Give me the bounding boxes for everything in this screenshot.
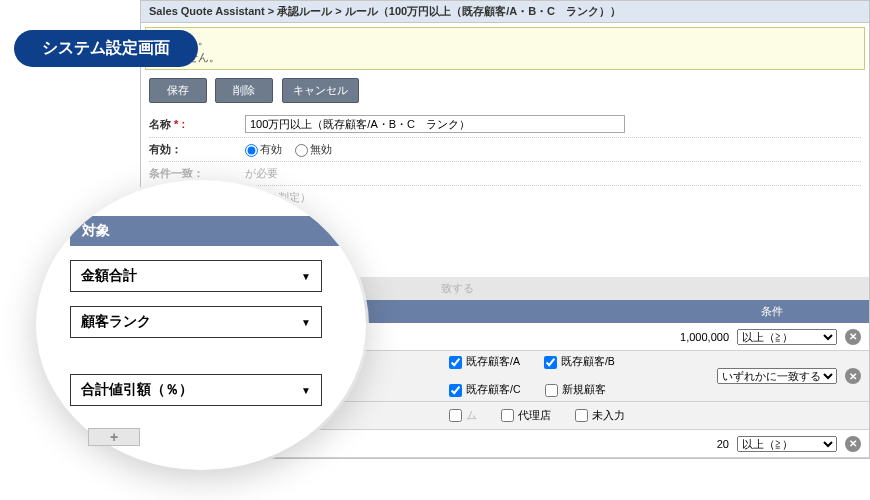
spotlight-select-3-label: 合計値引額（％） <box>81 381 193 399</box>
chevron-down-icon: ▼ <box>301 271 311 282</box>
cond-row-2-delete[interactable]: ✕ <box>845 368 861 384</box>
chk-m[interactable]: ム <box>449 409 477 423</box>
toolbar: 保存 削除 キャンセル <box>149 78 861 103</box>
cond-row-2-op[interactable]: いずれかに一致する <box>717 368 837 384</box>
delete-button[interactable]: 削除 <box>215 78 273 103</box>
name-label: 名称 * : <box>149 117 245 132</box>
cond-label: 条件一致： <box>149 166 245 181</box>
info-line-1: れません。 <box>154 32 856 49</box>
enable-no[interactable]: 無効 <box>295 143 332 155</box>
cond-row-1-delete[interactable]: ✕ <box>845 329 861 345</box>
spotlight-select-2[interactable]: 顧客ランク ▼ <box>70 306 322 338</box>
chk-existing-a[interactable]: 既存顧客/A <box>449 355 520 369</box>
cancel-button[interactable]: キャンセル <box>282 78 359 103</box>
spotlight-select-3[interactable]: 合計値引額（％） ▼ <box>70 374 322 406</box>
spotlight-select-2-label: 顧客ランク <box>81 313 151 331</box>
chk-na[interactable]: 未入力 <box>575 409 625 423</box>
chevron-down-icon: ▼ <box>301 317 311 328</box>
spotlight-select-1-label: 金額合計 <box>81 267 137 285</box>
cond-hdr-cond: 条件 <box>707 300 837 323</box>
spotlight-add-row[interactable]: + <box>88 428 140 446</box>
chk-existing-c[interactable]: 既存顧客/C <box>449 383 521 397</box>
spotlight-header: 対象 <box>70 216 346 246</box>
cond-row-3-op[interactable]: 以上（≧） <box>737 436 837 452</box>
chevron-down-icon: ▼ <box>301 385 311 396</box>
cond-row-3-delete[interactable]: ✕ <box>845 436 861 452</box>
save-button[interactable]: 保存 <box>149 78 207 103</box>
callout-badge: システム設定画面 <box>14 30 198 67</box>
info-banner: れません。 別しません。 <box>145 27 865 70</box>
spotlight: 対象 金額合計 ▼ 顧客ランク ▼ 合計値引額（％） ▼ <box>36 180 366 470</box>
enable-label: 有効： <box>149 142 245 157</box>
spotlight-select-1[interactable]: 金額合計 ▼ <box>70 260 322 292</box>
cond-row-2b-checks: ム 代理店 未入力 <box>441 405 717 427</box>
breadcrumb: Sales Quote Assistant > 承認ルール > ルール（100万… <box>141 1 869 23</box>
cond-row-1-value: 1,000,000 <box>441 331 737 343</box>
chk-existing-b[interactable]: 既存顧客/B <box>544 355 615 369</box>
info-line-2: 別しません。 <box>154 49 856 66</box>
chk-agent[interactable]: 代理店 <box>501 409 551 423</box>
enable-yes[interactable]: 有効 <box>245 143 282 155</box>
enable-radios: 有効 無効 <box>245 142 342 157</box>
cond-hint: が必要 <box>245 166 278 181</box>
chk-new[interactable]: 新規顧客 <box>545 383 606 397</box>
cond-row-3-value: 20 <box>441 438 737 450</box>
name-field[interactable] <box>245 115 625 133</box>
cond-row-2-checks: 既存顧客/A 既存顧客/B 既存顧客/C 新規顧客 <box>441 351 717 401</box>
cond-row-1-op[interactable]: 以上（≧） <box>737 329 837 345</box>
